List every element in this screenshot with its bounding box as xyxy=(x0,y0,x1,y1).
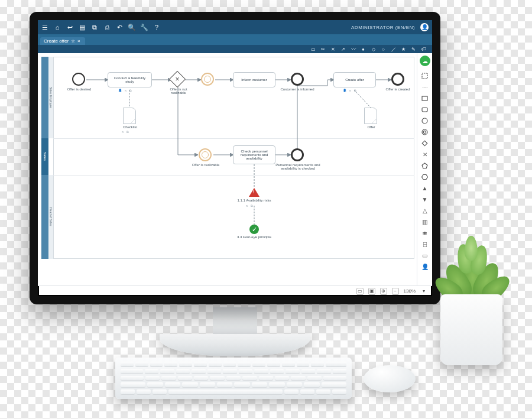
task-check-personnel[interactable]: Check personnel requirements and availab… xyxy=(233,145,275,164)
lane-separator-2 xyxy=(53,175,414,176)
screen: ☰ ⌂ ↩ ▤ ⧉ ⎙ ↶ 🔍 🔧 ? ADMINISTRATOR (EN/EN… xyxy=(38,20,432,296)
tool-gateway-icon[interactable]: ◇ xyxy=(371,47,376,52)
svg-rect-14 xyxy=(422,108,427,112)
tool-cut-icon[interactable]: ✂ xyxy=(320,47,326,52)
data-object-offer[interactable] xyxy=(364,108,377,124)
palette-diamond-icon[interactable] xyxy=(421,139,429,147)
start-event-label: Offer is desired xyxy=(63,87,96,91)
palette-db-icon[interactable]: ⌸ xyxy=(421,241,429,248)
shapes-toolbar: ▭ ✂ ✕ ↗ 〰 ● ◇ ○ ／ ★ ✎ 🏷 xyxy=(38,45,432,53)
zoom-out-icon[interactable]: − xyxy=(392,288,399,295)
palette-doc-icon[interactable]: ▭ xyxy=(421,252,429,259)
palette-diamond-x-icon[interactable]: ✕ xyxy=(421,151,429,158)
tool-arrow-icon[interactable]: ↗ xyxy=(340,47,346,52)
home-icon[interactable]: ⌂ xyxy=(54,24,61,31)
avatar[interactable]: 👤 xyxy=(420,23,429,31)
tool-line-icon[interactable]: ／ xyxy=(391,47,396,52)
tool-curve-icon[interactable]: 〰 xyxy=(351,47,356,52)
svg-rect-13 xyxy=(422,96,427,100)
lane-head-of-sales-header[interactable] xyxy=(41,175,48,259)
svg-rect-18 xyxy=(422,141,427,145)
lane-sales-employee-label: Sales Employee xyxy=(48,57,53,138)
end-event-personnel-checked[interactable] xyxy=(291,148,304,161)
user-label[interactable]: ADMINISTRATOR (EN/EN) xyxy=(351,25,415,30)
end-event-personnel-checked-label: Personnel requirements and availability … xyxy=(273,163,323,170)
palette-round-rect-icon[interactable] xyxy=(421,106,429,113)
view-mode-2-icon[interactable]: ▣ xyxy=(368,288,375,295)
tool-dot-icon[interactable]: ● xyxy=(361,47,366,52)
file-icon[interactable]: ▤ xyxy=(79,24,86,31)
risk-icon[interactable] xyxy=(249,188,259,197)
tool-star-icon[interactable]: ★ xyxy=(401,47,406,52)
palette-dots-icon[interactable]: ⋯ xyxy=(421,83,429,91)
start-event[interactable] xyxy=(72,73,85,86)
zoom-dropdown-icon[interactable]: ▾ xyxy=(420,288,427,295)
tool-rect-icon[interactable]: ▭ xyxy=(310,47,316,52)
main-toolbar: ☰ ⌂ ↩ ▤ ⧉ ⎙ ↶ 🔍 🔧 ? ADMINISTRATOR (EN/EN… xyxy=(38,20,432,34)
task-inform-customer[interactable]: Inform customer xyxy=(233,72,275,87)
end-event-customer-informed[interactable] xyxy=(291,73,304,86)
plant-pot-prop xyxy=(440,294,502,365)
back-icon[interactable]: ↩ xyxy=(66,24,73,31)
lane-head-of-sales-label: Head of Sales xyxy=(48,175,53,259)
palette-ring-icon[interactable] xyxy=(421,128,429,136)
svg-rect-12 xyxy=(422,73,427,79)
gateway-label-not-realizable: Offer is not realizable xyxy=(164,87,193,95)
tool-event-icon[interactable]: ○ xyxy=(381,47,386,52)
tool-tag-icon[interactable]: 🏷 xyxy=(421,47,426,52)
palette-selection-icon[interactable] xyxy=(421,72,429,80)
view-mode-1-icon[interactable]: ▭ xyxy=(356,288,364,295)
palette-triangle-icon[interactable]: ▲ xyxy=(421,184,429,192)
task-create-offer-markers: 👤⎋⧉ xyxy=(343,89,356,93)
palette-circle-icon[interactable] xyxy=(421,117,429,125)
task-feasibility[interactable]: Conduct a feasibility study xyxy=(108,72,152,87)
svg-point-15 xyxy=(422,118,427,124)
control-icon[interactable]: ✓ xyxy=(249,225,259,234)
monitor-frame: ☰ ⌂ ↩ ▤ ⧉ ⎙ ↶ 🔍 🔧 ? ADMINISTRATOR (EN/EN… xyxy=(30,12,440,304)
lane-sales-employee-header[interactable] xyxy=(41,57,48,138)
intermediate-event-2[interactable] xyxy=(199,148,212,161)
fit-icon[interactable]: ⊕ xyxy=(380,288,387,295)
svg-point-16 xyxy=(422,129,427,135)
risk-label: 1.1.1 Availability risks xyxy=(233,199,275,202)
zoom-level[interactable]: 130% xyxy=(404,288,416,294)
help-icon[interactable]: ? xyxy=(153,24,160,31)
mouse-prop xyxy=(364,365,416,392)
palette-person-icon[interactable]: 👤 xyxy=(421,263,429,271)
task-create-offer[interactable]: Create offer xyxy=(333,72,376,87)
tools-icon[interactable]: 🔧 xyxy=(141,24,148,31)
diagram-canvas[interactable]: Sales Employee Sales Head of Sales xyxy=(38,53,417,285)
data-object-checklist-label: Checklist xyxy=(117,125,143,129)
lane-separator-1 xyxy=(53,138,414,139)
end-event-customer-informed-label: Customer is informed xyxy=(277,87,318,91)
palette-chart-icon[interactable]: ⩩ xyxy=(421,229,429,237)
tab-create-offer[interactable]: Create offer ☆ × xyxy=(40,37,85,45)
palette-alert-icon[interactable]: △ xyxy=(421,207,429,215)
plant-prop xyxy=(437,222,508,304)
palette-bars-icon[interactable]: ▥ xyxy=(421,218,429,226)
tool-x-icon[interactable]: ✕ xyxy=(330,47,336,52)
data-object-checklist[interactable] xyxy=(123,108,136,124)
intermediate-event-1[interactable] xyxy=(201,73,214,86)
search-icon[interactable]: 🔍 xyxy=(128,24,135,31)
cloud-sync-button[interactable]: ☁ xyxy=(420,56,430,66)
risk-markers: ⎋⧉ xyxy=(246,204,253,208)
gateway-label-realizable: Offer is realizable xyxy=(187,163,225,167)
close-tab-icon[interactable]: × xyxy=(77,38,80,44)
tool-pen-icon[interactable]: ✎ xyxy=(411,47,416,52)
pool-sales-header[interactable]: Sales xyxy=(41,138,48,175)
palette-rect-icon[interactable] xyxy=(421,95,429,102)
print-icon[interactable]: ⎙ xyxy=(103,24,111,31)
undo-icon[interactable]: ↶ xyxy=(116,24,123,31)
palette-pentagon-icon[interactable] xyxy=(421,162,429,170)
tab-bar: Create offer ☆ × xyxy=(38,34,432,45)
star-icon[interactable]: ☆ xyxy=(71,38,75,44)
control-label: 3.3 Four-eye principle xyxy=(233,235,275,239)
workspace: Sales Employee Sales Head of Sales xyxy=(38,53,432,285)
end-event-offer-created[interactable] xyxy=(391,73,404,86)
menu-icon[interactable]: ☰ xyxy=(41,24,48,31)
status-bar: ▭ ▣ ⊕ − 130% ▾ xyxy=(38,285,432,296)
palette-triangle-down-icon[interactable]: ▼ xyxy=(421,196,429,203)
copy-icon[interactable]: ⧉ xyxy=(91,24,98,31)
palette-hexagon-icon[interactable] xyxy=(421,173,429,181)
